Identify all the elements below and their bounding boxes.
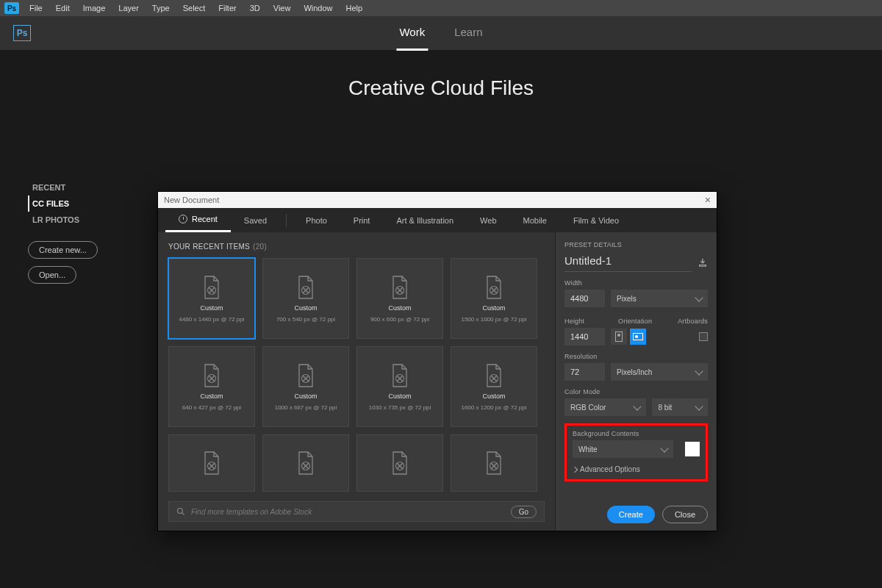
menu-view[interactable]: View — [268, 2, 297, 14]
chevron-down-icon — [660, 444, 668, 452]
preset-item[interactable]: Custom 1600 x 1200 px @ 72 ppi — [451, 346, 537, 427]
units-select[interactable]: Pixels — [611, 290, 708, 307]
sidebar-item-lrphotos[interactable]: LR PHOTOS — [28, 212, 98, 228]
preset-title: Custom — [294, 304, 317, 312]
app-logo: Ps — [4, 2, 19, 14]
height-label: Height — [564, 318, 605, 325]
dlg-tab-web[interactable]: Web — [467, 208, 509, 232]
chevron-down-icon — [695, 367, 703, 375]
bg-contents-select[interactable]: White — [573, 440, 673, 458]
menu-3d[interactable]: 3D — [244, 2, 266, 14]
dlg-tab-recent[interactable]: Recent — [165, 208, 231, 232]
tab-learn[interactable]: Learn — [451, 15, 485, 51]
menu-help[interactable]: Help — [340, 2, 369, 14]
menu-file[interactable]: File — [24, 2, 49, 14]
preset-item[interactable]: Custom 700 x 540 px @ 72 ppi — [262, 258, 349, 339]
dialog-tabs: Recent Saved Photo Print Art & Illustrat… — [158, 208, 717, 232]
preset-details-label: PRESET DETAILS — [564, 241, 708, 248]
orientation-portrait-button[interactable] — [611, 329, 627, 345]
preset-item[interactable]: Custom 1030 x 735 px @ 72 ppi — [356, 346, 443, 427]
stock-search-input[interactable]: Find more templates on Adobe Stock — [191, 508, 505, 516]
file-icon — [296, 275, 315, 300]
dialog-title: New Document — [164, 196, 219, 204]
preset-item[interactable]: Custom 1500 x 1000 px @ 72 ppi — [451, 258, 537, 339]
width-label: Width — [564, 279, 708, 287]
menu-type[interactable]: Type — [146, 2, 176, 14]
dlg-tab-art[interactable]: Art & Illustration — [383, 208, 467, 232]
preset-dims: 900 x 600 px @ 72 ppi — [370, 316, 429, 323]
dlg-tab-saved[interactable]: Saved — [231, 208, 280, 232]
orientation-landscape-button[interactable] — [630, 329, 646, 345]
preset-item[interactable] — [262, 434, 349, 492]
preset-title: Custom — [388, 392, 411, 400]
preset-panel: YOUR RECENT ITEMS(20) Custom 4480 x 1440… — [158, 232, 556, 531]
color-mode-select[interactable]: RGB Color — [564, 398, 646, 416]
advanced-options-toggle[interactable]: Advanced Options — [573, 465, 700, 473]
new-document-dialog: New Document × Recent Saved Photo Print … — [157, 191, 717, 531]
preset-item[interactable]: Custom 640 x 427 px @ 72 ppi — [168, 346, 255, 427]
appbar: Ps Work Learn — [0, 16, 882, 50]
dlg-tab-photo[interactable]: Photo — [293, 208, 340, 232]
file-icon — [202, 451, 221, 476]
file-icon — [390, 451, 409, 476]
preset-item[interactable]: Custom 1000 x 667 px @ 72 ppi — [262, 346, 349, 427]
resolution-units-select[interactable]: Pixels/Inch — [611, 363, 708, 381]
sidebar: RECENT CC FILES LR PHOTOS Create new... … — [28, 179, 98, 284]
create-button[interactable]: Create — [607, 506, 655, 523]
preset-grid: Custom 4480 x 1440 px @ 72 ppi Custom 70… — [168, 258, 545, 492]
file-icon — [202, 275, 221, 300]
dlg-tab-recent-label: Recent — [192, 215, 218, 223]
menu-filter[interactable]: Filter — [212, 2, 242, 14]
preset-name-input[interactable]: Untitled-1 — [564, 251, 692, 272]
menu-select[interactable]: Select — [177, 2, 212, 14]
stock-go-button[interactable]: Go — [511, 506, 537, 518]
bit-depth-select[interactable]: 8 bit — [652, 398, 708, 416]
preset-dims: 1030 x 735 px @ 72 ppi — [369, 404, 431, 411]
stock-search-bar: Find more templates on Adobe Stock Go — [168, 501, 545, 522]
preset-title: Custom — [200, 392, 223, 400]
width-input[interactable] — [564, 290, 605, 307]
file-icon — [296, 363, 315, 388]
sidebar-item-ccfiles[interactable]: CC FILES — [28, 196, 98, 212]
resolution-label: Resolution — [564, 353, 708, 360]
dialog-titlebar: New Document × — [158, 192, 717, 208]
resolution-input[interactable] — [564, 363, 605, 381]
tab-divider — [286, 214, 287, 227]
menu-window[interactable]: Window — [298, 2, 338, 14]
background-contents-highlight: Background Contents White Advanced Optio… — [564, 423, 708, 481]
height-input[interactable] — [564, 328, 605, 345]
menu-image[interactable]: Image — [77, 2, 112, 14]
dlg-tab-film[interactable]: Film & Video — [560, 208, 632, 232]
preset-item[interactable]: Custom 4480 x 1440 px @ 72 ppi — [168, 258, 255, 339]
menu-layer[interactable]: Layer — [112, 2, 145, 14]
file-icon — [390, 363, 409, 388]
open-button[interactable]: Open... — [28, 266, 76, 284]
preset-item[interactable] — [168, 434, 255, 492]
dlg-tab-print[interactable]: Print — [340, 208, 384, 232]
preset-title: Custom — [482, 392, 505, 400]
dlg-tab-mobile[interactable]: Mobile — [510, 208, 560, 232]
save-preset-icon[interactable] — [698, 257, 708, 268]
preset-title: Custom — [388, 304, 411, 312]
ps-logo-icon: Ps — [13, 25, 31, 41]
menu-edit[interactable]: Edit — [50, 2, 76, 14]
file-icon — [296, 451, 315, 476]
chevron-down-icon — [695, 293, 703, 301]
preset-item[interactable] — [451, 434, 537, 492]
preset-item[interactable]: Custom 900 x 600 px @ 72 ppi — [356, 258, 443, 339]
artboards-checkbox[interactable] — [699, 332, 708, 341]
svg-line-13 — [182, 513, 184, 515]
color-mode-label: Color Mode — [564, 388, 708, 395]
svg-point-12 — [178, 509, 183, 514]
sidebar-item-recent[interactable]: RECENT — [28, 179, 98, 196]
preset-dims: 1600 x 1200 px @ 72 ppi — [461, 404, 526, 411]
dialog-close-button[interactable]: × — [705, 194, 711, 206]
preset-item[interactable] — [356, 434, 443, 492]
bg-color-swatch[interactable] — [685, 442, 700, 456]
create-new-button[interactable]: Create new... — [28, 241, 98, 259]
tab-work[interactable]: Work — [396, 15, 428, 51]
orientation-label: Orientation — [618, 318, 652, 325]
close-button[interactable]: Close — [662, 506, 708, 523]
menubar: Ps File Edit Image Layer Type Select Fil… — [0, 0, 882, 16]
bg-contents-label: Background Contents — [573, 430, 700, 437]
